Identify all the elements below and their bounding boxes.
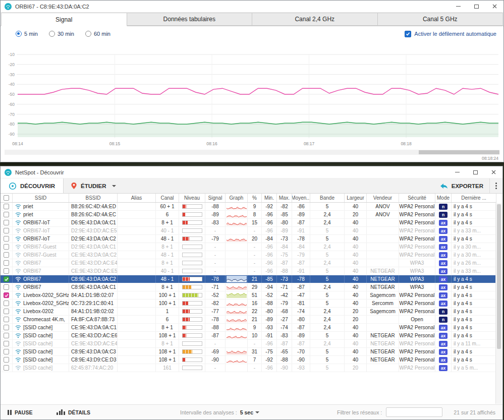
row-checkbox[interactable] [1,267,13,275]
radio-30-min[interactable]: 30 min [49,31,74,37]
table-row[interactable]: [SSID caché] C8:9E:43:D9:CE:D3 108 + 1 -… [1,356,496,364]
column-header-bande[interactable]: Bande [310,194,345,202]
column-header-max-[interactable]: Max. [277,194,292,202]
close-icon[interactable] [485,1,503,12]
table-row[interactable]: ORBI67-IoT D2:9E:43:DD:AC:E5 40 - 1 - - … [1,227,496,235]
table-row[interactable]: ORBI67-IoT D6:9E:43:DA:0A:C1 8 + 1 -83 1… [1,219,496,227]
table-row[interactable]: ORBI67 CE:9E:43:DD:AC:E5 40 - 1 - - -96 … [1,267,496,275]
table-row[interactable]: [SSID caché] CE:9E:43:DA:0A:C1 8 + 1 -88… [1,324,496,332]
table-row[interactable]: Livebox-0202_5GHz 84:A1:D1:9B:02:07 100 … [1,291,496,299]
row-checkbox[interactable] [1,211,13,218]
row-checkbox[interactable] [1,219,13,226]
min-cell: -92 [262,203,277,210]
wifi-icon [15,204,22,209]
tab-signal[interactable]: Signal [1,13,127,26]
row-checkbox[interactable] [1,203,13,210]
table-row[interactable]: Livebox-0202_5GHz 0C:73:29:1C:80:41 100 … [1,299,496,308]
column-header-ssid[interactable]: SSID [13,194,69,202]
row-checkbox[interactable] [1,283,13,291]
maximize-icon[interactable] [466,166,484,178]
table-row[interactable]: ORBI67 CE:9E:43:DD:AC:E4 8 + 1 - - -96 -… [1,259,496,267]
table-row[interactable]: ORBI67-IoT D2:9E:43:DA:0A:C2 48 - 1 -79 … [1,235,496,243]
tab-donn-es-tabulaires[interactable]: Données tabulaires [127,13,253,26]
row-checkbox[interactable] [1,340,13,347]
table-row[interactable]: [SSID caché] C8:9E:43:DA:0A:C3 108 + 1 -… [1,348,496,356]
row-checkbox[interactable] [1,243,13,251]
table-row[interactable]: ORBI67 C8:9E:43:DA:0A:C2 48 - 1 -78 21 -… [1,275,496,283]
avg-cell: -87 [292,219,310,226]
column-header-min-[interactable]: Min. [262,194,277,202]
column-header-bssid[interactable]: BSSID [69,194,118,202]
column-header-s-curit-[interactable]: Sécurité [399,194,435,202]
overflow-menu-icon[interactable] [489,178,502,193]
row-checkbox[interactable] [1,299,13,307]
chart-horizontal-scrollbar[interactable] [5,150,499,155]
column-header-graph[interactable]: Graph [226,194,248,202]
autoscroll-checkbox[interactable]: Activer le défilement automatique [405,31,496,37]
radio-60-min[interactable]: 60 min [85,31,110,37]
level-meter [182,204,202,209]
mode-badge: ax [439,236,447,242]
minimize-icon[interactable] [448,166,466,178]
min-cell: -96 [262,251,277,259]
network-table-header[interactable]: SSIDBSSIDAliasCanalNiveauSignalGraph%Min… [1,194,496,203]
minimize-icon[interactable] [449,1,467,12]
derniere-cell: il y a 26 m... [452,259,496,267]
filter-input[interactable] [386,407,442,417]
row-checkbox[interactable] [1,275,13,283]
table-row[interactable]: Livebox-0202 84:A1:D1:9B:02:02 1 -77 22 … [1,308,496,316]
export-button[interactable]: EXPORTER [434,178,489,193]
column-header-moyen-[interactable]: Moyen... [292,194,310,202]
column-header--[interactable]: % [248,194,262,202]
maximize-icon[interactable] [467,1,485,12]
column-header-alias[interactable]: Alias [118,194,156,202]
table-vertical-scrollbar[interactable] [495,203,502,404]
row-checkbox[interactable] [1,235,13,243]
table-row[interactable]: ORBI67-Guest CE:9E:43:DA:0A:C2 48 - 1 - … [1,251,496,259]
radio-5-min[interactable]: 5 min [16,31,38,37]
column-header-mode[interactable]: Mode [435,194,452,202]
column-header-signal[interactable]: Signal [205,194,226,202]
row-checkbox[interactable] [1,332,13,339]
table-row[interactable]: priet B8:26:6C:4D:4A:EC 6 -89 8 -96 -85 … [1,211,496,219]
row-checkbox[interactable] [1,291,13,299]
scrollbar-thumb[interactable] [497,204,501,349]
column-header-vendeur[interactable]: Vendeur [367,194,399,202]
row-checkbox[interactable] [1,251,13,259]
table-row[interactable]: [SSID caché] CE:9E:43:DD:AC:E4 8 + 1 - -… [1,340,496,348]
row-checkbox[interactable] [1,356,13,364]
row-checkbox[interactable] [1,227,13,234]
select-all-checkbox[interactable] [1,194,13,202]
row-checkbox[interactable] [1,324,13,331]
close-icon[interactable] [484,166,502,178]
netspot-titlebar[interactable]: NetSpot - Découvrir [1,166,502,178]
row-checkbox[interactable] [1,348,13,355]
column-header-niveau[interactable]: Niveau [179,194,205,202]
mode-cell: ax [435,243,452,251]
row-checkbox[interactable] [1,308,13,315]
column-header-largeur[interactable]: Largeur [345,194,367,202]
max-cell: -89 [277,227,292,234]
row-checkbox[interactable] [1,364,13,372]
table-row[interactable]: ORBI67-Guest D2:9E:43:DA:0A:C1 8 + 1 - -… [1,243,496,251]
row-checkbox[interactable] [1,259,13,267]
row-checkbox[interactable] [1,316,13,323]
table-row[interactable]: [SSID caché] 62:45:87:74:AC:20 161 - - -… [1,364,496,372]
chart-window-titlebar[interactable]: ORBI67 - C8:9E:43:DA:0A:C2 [1,1,503,13]
column-header-canal[interactable]: Canal [156,194,179,202]
tab-canal-5-ghz[interactable]: Canal 5 GHz [378,13,503,26]
survey-tab[interactable]: ÉTUDIER [64,178,123,193]
niveau-cell [179,340,205,347]
table-row[interactable]: ORBI67 C8:9E:43:DA:0A:C1 8 + 1 -71 29 -9… [1,283,496,291]
interval-select[interactable]: 5 sec [240,409,259,415]
table-row[interactable]: Chromecast 4K.m, FA:8F:CA:87:8B:73 6 -78… [1,316,496,324]
discover-tab[interactable]: DÉCOUVRIR [1,178,64,193]
table-row[interactable]: priet B8:26:6C:4D:4A:ED 60 + 1 -88 9 -92… [1,203,496,211]
tab-canal-2-4-ghz[interactable]: Canal 2,4 GHz [252,13,378,26]
details-button[interactable]: DÉTAILS [57,409,90,415]
pause-button[interactable]: PAUSE [8,409,32,415]
scrollbar-thumb[interactable] [419,150,499,154]
table-row[interactable]: [SSID caché] CE:9E:43:DD:AC:E6 108 + 1 -… [1,332,496,340]
signal-cell: -71 [205,283,226,291]
column-header-derni-re-[interactable]: Dernière ... [452,194,496,202]
